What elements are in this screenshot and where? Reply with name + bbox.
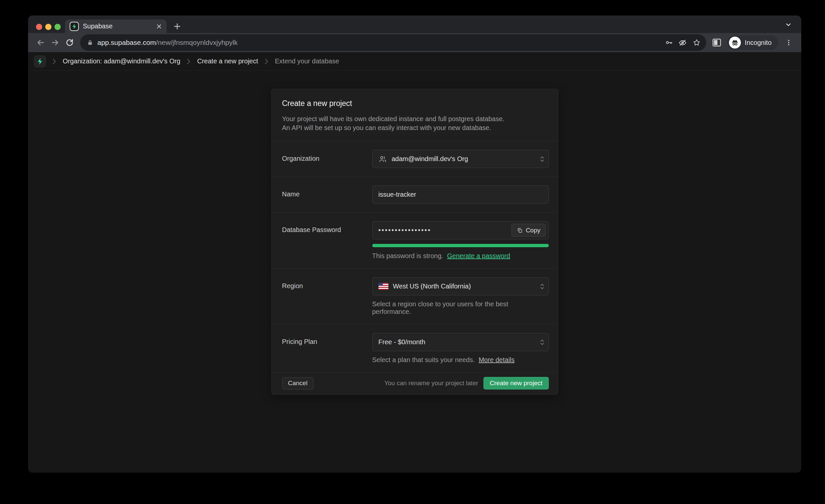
organization-select[interactable]: adam@windmill.dev's Org [372,150,549,168]
copy-password-button[interactable]: Copy [512,224,545,237]
card-description-line1: Your project will have its own dedicated… [282,115,547,124]
create-new-project-button[interactable]: Create new project [483,377,548,389]
name-label: Name [282,186,372,204]
breadcrumb-item-organization[interactable]: Organization: adam@windmill.dev's Org [63,57,180,65]
organization-value: adam@windmill.dev's Org [392,155,468,163]
reload-icon[interactable] [62,35,77,50]
pricing-select[interactable]: Free - $0/month [372,333,549,351]
breadcrumb-chevron-icon [53,58,56,64]
new-tab-icon[interactable] [173,22,181,30]
url-text: app.supabase.com/new/jfnsmqoynldvxjyhpyl… [97,39,238,47]
breadcrumb-item-extend-database: Extend your database [275,57,339,65]
incognito-icon [729,37,741,49]
more-details-link[interactable]: More details [478,356,515,363]
users-icon [378,155,387,163]
password-row: Database Password Copy This password is … [272,213,558,269]
tab-title: Supabase [83,22,152,30]
us-flag-icon [378,283,388,290]
organization-label: Organization [282,150,372,168]
browser-toolbar: app.supabase.com/new/jfnsmqoynldvxjyhpyl… [28,33,801,52]
close-window-button[interactable] [36,24,42,30]
page-body: Create a new project Your project will h… [28,71,801,473]
traffic-lights [36,24,61,30]
card-header: Create a new project Your project will h… [272,89,558,141]
breadcrumb-item-create-project[interactable]: Create a new project [197,57,258,65]
rename-note: You can rename your project later [384,379,478,387]
create-project-card: Create a new project Your project will h… [271,89,558,395]
select-chevrons-icon [540,339,544,346]
pricing-value: Free - $0/month [378,338,425,346]
name-row: Name [272,177,558,213]
pricing-row: Pricing Plan Free - $0/month Select a pl… [272,325,558,373]
page-title: Create a new project [282,99,547,108]
url-domain: app.supabase.com [97,39,156,46]
side-panel-icon[interactable] [709,35,724,50]
pricing-label: Pricing Plan [282,333,372,364]
url-bar[interactable]: app.supabase.com/new/jfnsmqoynldvxjyhpyl… [80,34,706,51]
copy-icon [517,227,523,233]
region-value: West US (North California) [393,283,471,290]
incognito-label: Incognito [745,39,771,47]
region-helper: Select a region close to your users for … [372,300,549,315]
forward-icon[interactable] [48,35,62,50]
password-strength-bar [372,244,549,247]
select-chevrons-icon [540,155,544,163]
back-icon[interactable] [33,35,48,50]
breadcrumb: Organization: adam@windmill.dev's Org Cr… [28,52,801,71]
url-path: /new/jfnsmqoynldvxjyhpylk [156,39,237,46]
pricing-helper: Select a plan that suits your needs. Mor… [372,356,549,364]
breadcrumb-chevron-icon [265,58,268,64]
password-strength-text: This password is strong. [372,252,444,260]
close-tab-icon[interactable] [156,23,162,29]
eye-off-icon[interactable] [676,35,690,50]
select-chevrons-icon [540,283,544,290]
password-label: Database Password [282,221,372,260]
tab-strip: Supabase [28,15,801,33]
cancel-button[interactable]: Cancel [282,377,313,389]
tab-search-chevron-down-icon[interactable] [785,21,792,28]
incognito-badge[interactable]: Incognito [727,35,778,50]
region-select[interactable]: West US (North California) [372,277,549,295]
region-label: Region [282,277,372,315]
zoom-window-button[interactable] [55,24,61,30]
card-description-line2: An API will be set up so you can easily … [282,124,547,132]
star-icon[interactable] [690,35,703,50]
browser-window: Supabase app.supabase.com/new/jfnsmqoynl… [28,15,801,473]
browser-tab[interactable]: Supabase [65,19,167,33]
card-footer: Cancel You can rename your project later… [272,373,558,394]
key-icon[interactable] [662,35,676,50]
name-input[interactable] [372,186,549,204]
minimize-window-button[interactable] [45,24,52,30]
breadcrumb-chevron-icon [187,58,191,64]
supabase-favicon-icon [70,22,79,31]
lock-icon [87,39,93,46]
region-row: Region West US (North California) Select… [272,269,558,325]
generate-password-link[interactable]: Generate a password [447,252,510,260]
pricing-helper-text: Select a plan that suits your needs. [372,356,475,363]
kebab-menu-icon[interactable] [781,35,796,50]
copy-button-label: Copy [526,227,540,234]
password-helper: This password is strong. Generate a pass… [372,252,549,260]
organization-row: Organization adam@windmill.dev's Org [272,141,558,177]
supabase-bolt-icon[interactable] [34,56,46,67]
